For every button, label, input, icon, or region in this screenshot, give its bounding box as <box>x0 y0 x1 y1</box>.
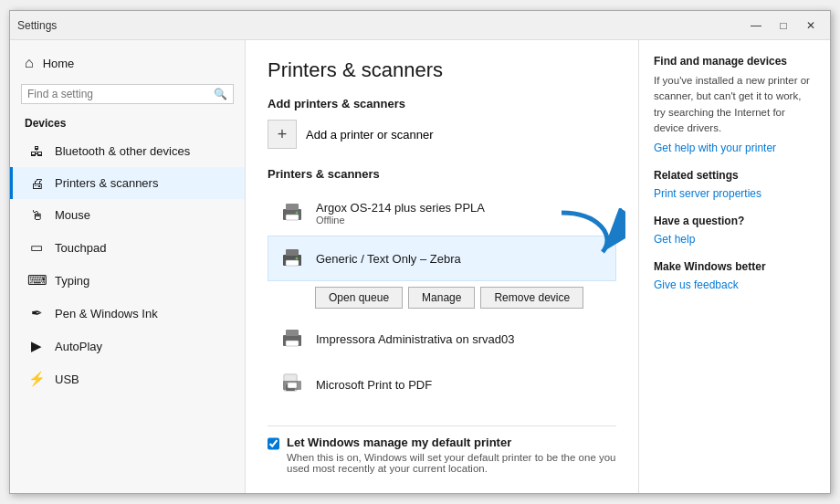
sidebar-item-mouse[interactable]: 🖱 Mouse <box>10 199 245 231</box>
get-help-link[interactable]: Get help <box>654 233 815 246</box>
autoplay-icon: ▶ <box>27 338 46 354</box>
printer-item-impressora[interactable]: Impressora Administrativa on srvad03 <box>268 316 616 362</box>
printer-name-impressora: Impressora Administrativa on srvad03 <box>316 332 514 346</box>
touchpad-icon: ▭ <box>27 239 46 256</box>
sidebar-item-label: Typing <box>55 274 89 288</box>
printer-info-argox: Argox OS-214 plus series PPLA Offline <box>316 201 485 226</box>
main-panel: Printers & scanners Add printers & scann… <box>246 40 638 493</box>
sidebar-item-typing[interactable]: ⌨ Typing <box>10 264 245 297</box>
sidebar-item-pen[interactable]: ✒ Pen & Windows Ink <box>10 297 245 330</box>
default-printer-checkbox[interactable] <box>268 437 279 450</box>
search-input[interactable] <box>27 88 214 100</box>
selected-printer-block: Generic / Text Only – Zebra <box>268 236 616 316</box>
right-panel: Find and manage devices If you've instal… <box>638 40 830 493</box>
printer-icon-zebra <box>278 244 307 273</box>
svg-rect-5 <box>286 249 299 256</box>
svg-rect-16 <box>288 383 297 388</box>
title-bar: Settings — □ ✕ <box>10 11 830 40</box>
svg-rect-1 <box>286 204 299 210</box>
usb-icon: ⚡ <box>27 371 46 387</box>
printer-name-zebra: Generic / Text Only – Zebra <box>316 252 461 266</box>
get-help-printer-link[interactable]: Get help with your printer <box>654 142 815 154</box>
make-better-title: Make Windows better <box>654 260 815 273</box>
printer-info-impressora: Impressora Administrativa on srvad03 <box>316 332 514 346</box>
mouse-icon: 🖱 <box>27 207 46 223</box>
printer-item-pdf[interactable]: Microsoft Print to PDF <box>268 362 616 407</box>
svg-rect-11 <box>286 341 299 346</box>
home-label: Home <box>43 57 75 70</box>
printer-icon-argox <box>278 198 307 227</box>
printer-info-zebra: Generic / Text Only – Zebra <box>316 252 461 266</box>
find-manage-desc: If you've installed a new printer or sca… <box>654 73 815 136</box>
related-settings-title: Related settings <box>654 169 815 182</box>
printer-name-pdf: Microsoft Print to PDF <box>316 378 432 392</box>
remove-device-button[interactable]: Remove device <box>480 287 583 309</box>
printers-section-heading: Printers & scanners <box>268 167 616 181</box>
bluetooth-icon: 🖧 <box>27 143 46 159</box>
printer-name-argox: Argox OS-214 plus series PPLA <box>316 201 485 215</box>
give-feedback-link[interactable]: Give us feedback <box>654 278 815 291</box>
close-button[interactable]: ✕ <box>799 16 823 36</box>
svg-point-7 <box>296 257 299 260</box>
sidebar-section-title: Devices <box>10 113 245 135</box>
sidebar-item-label: Touchpad <box>55 241 106 255</box>
default-printer-checkbox-row: Let Windows manage my default printer Wh… <box>268 425 616 474</box>
print-server-link[interactable]: Print server properties <box>654 187 815 200</box>
sidebar-item-touchpad[interactable]: ▭ Touchpad <box>10 231 245 264</box>
printer-icon-pdf <box>278 370 307 399</box>
search-icon: 🔍 <box>214 88 227 100</box>
svg-point-3 <box>296 212 299 215</box>
sidebar-item-printers[interactable]: 🖨 Printers & scanners <box>10 167 245 199</box>
printers-list: Argox OS-214 plus series PPLA Offline <box>268 190 616 407</box>
sidebar-item-home[interactable]: ⌂ Home <box>10 47 245 79</box>
manage-button[interactable]: Manage <box>408 287 475 309</box>
checkbox-label: Let Windows manage my default printer <box>287 436 616 449</box>
pen-icon: ✒ <box>27 305 46 321</box>
sidebar-item-label: Printers & scanners <box>55 176 158 190</box>
window-controls: — □ ✕ <box>744 16 823 36</box>
sidebar-item-label: Mouse <box>55 208 90 222</box>
page-title: Printers & scanners <box>268 58 616 82</box>
svg-rect-2 <box>286 215 299 220</box>
add-printer-row[interactable]: + Add a printer or scanner <box>268 120 616 149</box>
sidebar-item-usb[interactable]: ⚡ USB <box>10 362 245 395</box>
sidebar-item-label: Pen & Windows Ink <box>55 307 158 320</box>
printer-icon-impressora <box>278 324 307 353</box>
main-content: ⌂ Home 🔍 Devices 🖧 Bluetooth & other dev… <box>10 40 830 493</box>
printer-actions: Open queue Manage Remove device <box>268 281 616 316</box>
sidebar-item-bluetooth[interactable]: 🖧 Bluetooth & other devices <box>10 135 245 167</box>
add-printer-icon: + <box>268 120 297 149</box>
search-box: 🔍 <box>21 84 234 104</box>
printer-item-zebra[interactable]: Generic / Text Only – Zebra <box>268 236 616 281</box>
printer-item-argox[interactable]: Argox OS-214 plus series PPLA Offline <box>268 190 616 236</box>
add-printer-label: Add a printer or scanner <box>306 128 433 142</box>
home-icon: ⌂ <box>25 55 34 71</box>
typing-icon: ⌨ <box>27 272 46 289</box>
sidebar-item-label: Bluetooth & other devices <box>55 144 190 158</box>
sidebar-item-autoplay[interactable]: ▶ AutoPlay <box>10 330 245 362</box>
printer-status-argox: Offline <box>316 215 485 226</box>
svg-rect-10 <box>286 330 299 336</box>
sidebar-item-label: USB <box>55 373 79 386</box>
svg-rect-6 <box>286 260 299 266</box>
sidebar: ⌂ Home 🔍 Devices 🖧 Bluetooth & other dev… <box>10 40 246 493</box>
maximize-button[interactable]: □ <box>772 16 795 36</box>
settings-window: Settings — □ ✕ ⌂ Home 🔍 Devices 🖧 Blueto… <box>9 10 831 494</box>
open-queue-button[interactable]: Open queue <box>315 287 403 309</box>
have-question-title: Have a question? <box>654 215 815 227</box>
printer-info-pdf: Microsoft Print to PDF <box>316 378 432 392</box>
find-manage-title: Find and manage devices <box>654 55 815 68</box>
window-title: Settings <box>17 19 57 32</box>
sidebar-item-label: AutoPlay <box>55 340 102 353</box>
minimize-button[interactable]: — <box>744 16 768 36</box>
checkbox-desc: When this is on, Windows will set your d… <box>287 452 616 474</box>
printer-nav-icon: 🖨 <box>27 175 46 191</box>
add-section-heading: Add printers & scanners <box>268 97 616 110</box>
